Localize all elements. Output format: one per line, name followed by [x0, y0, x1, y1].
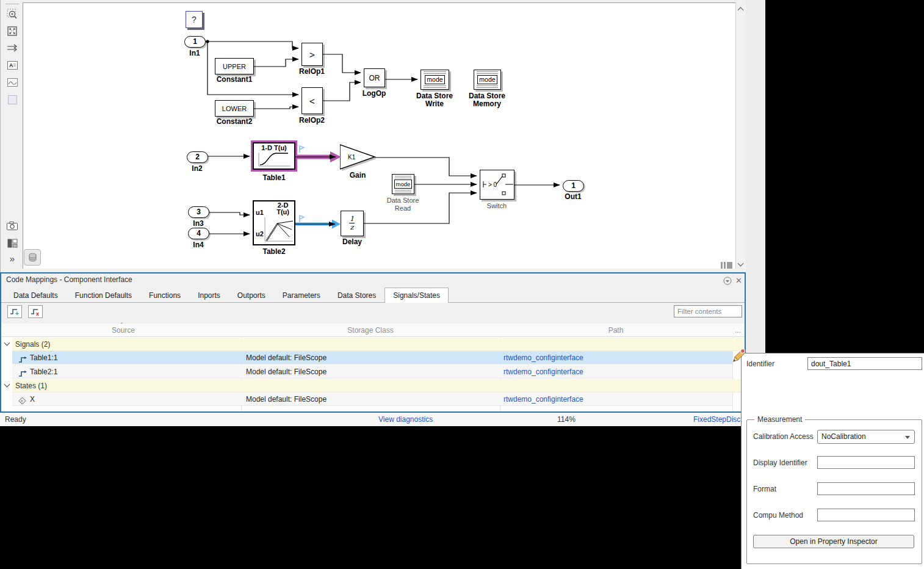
column-header-path[interactable]: Path	[608, 326, 624, 335]
table2-u1-port-label: u1	[256, 209, 264, 216]
block-label-in2: In2	[192, 165, 202, 173]
table-row-table2[interactable]: Table2:1 Model default: FileScope rtwdem…	[12, 365, 732, 379]
table1-block[interactable]: 1-D T(u)	[253, 142, 295, 170]
block-label-logop: LogOp	[363, 90, 386, 98]
inport-block-in1[interactable]: 1	[184, 36, 206, 48]
scroll-down-icon[interactable]	[738, 261, 744, 267]
canvas-vertical-scrollbar[interactable]	[735, 2, 745, 269]
mappings-table: ˆ Source Storage Class Path ... Signals …	[1, 324, 745, 411]
table2-block[interactable]: u1 u2 2-DT(u)	[253, 200, 295, 245]
column-header-source[interactable]: Source	[112, 326, 135, 335]
group-collapse-icon[interactable]	[4, 382, 10, 388]
code-mappings-title: Code Mappings - Component Interface	[6, 275, 132, 284]
display-identifier-input[interactable]	[817, 456, 915, 469]
mode-lines	[424, 85, 446, 88]
inport-block-in3[interactable]: 3	[188, 206, 209, 218]
tab-outports[interactable]: Outports	[229, 288, 274, 302]
open-property-inspector-button[interactable]: Open in Property Inspector	[753, 535, 914, 548]
svg-text:x: x	[36, 311, 39, 316]
panel-minimize-icon[interactable]	[723, 276, 732, 285]
group-row-states[interactable]: States (1)	[12, 379, 745, 393]
table-row-table1[interactable]: Table1:1 Model default: FileScope rtwdem…	[12, 351, 732, 364]
solver-link[interactable]: FixedStepDiscr	[693, 415, 743, 424]
expand-chevrons-icon[interactable]: »	[6, 252, 18, 264]
panel-close-icon[interactable]: ✕	[734, 276, 743, 285]
block-label-constant1: Constant1	[217, 76, 253, 84]
calibration-access-select[interactable]: NoCalibration	[817, 430, 915, 444]
scroll-up-icon[interactable]	[738, 7, 744, 13]
filter-contents-input[interactable]	[674, 305, 742, 317]
switch-block[interactable]: > 0	[480, 170, 514, 200]
tab-functions[interactable]: Functions	[140, 288, 189, 302]
model-browser-icon[interactable]	[6, 237, 18, 249]
group-row-signals[interactable]: Signals (2)	[12, 338, 745, 351]
relop1-block[interactable]: >	[301, 43, 323, 66]
zoom-region-icon[interactable]	[6, 8, 18, 20]
svg-text:A: A	[9, 62, 13, 68]
outport-block-out1[interactable]: 1	[563, 180, 584, 192]
data-store-badge-button[interactable]	[24, 249, 41, 266]
tab-data-stores[interactable]: Data Stores	[329, 288, 384, 302]
svg-text:K1: K1	[348, 154, 356, 161]
data-store-write-block[interactable]: mode	[420, 70, 449, 90]
horizontal-scroll-grip[interactable]	[721, 260, 734, 267]
highlight-swatch[interactable]	[6, 93, 18, 106]
signal-routing-icon[interactable]	[6, 42, 18, 54]
column-header-storage-class[interactable]: Storage Class	[347, 326, 393, 335]
help-block[interactable]: ?	[186, 11, 203, 28]
tab-inports[interactable]: Inports	[189, 288, 229, 302]
mode-lines	[477, 85, 498, 88]
tab-function-defaults[interactable]: Function Defaults	[67, 288, 140, 302]
palette-divider	[5, 4, 19, 4]
block-label-delay: Delay	[342, 238, 362, 246]
column-header-more[interactable]: ...	[735, 326, 741, 335]
block-label-gain: Gain	[350, 172, 366, 179]
delay-block[interactable]: 1 z	[341, 211, 364, 236]
compu-method-input[interactable]	[817, 509, 915, 521]
display-identifier-label: Display Identifier	[753, 458, 807, 467]
add-signal-mapping-button[interactable]: +	[7, 305, 22, 318]
data-store-memory-block[interactable]: mode	[474, 70, 501, 90]
group-collapse-icon[interactable]	[4, 340, 10, 346]
code-mappings-tabbar: Data Defaults Function Defaults Function…	[1, 287, 745, 303]
path-link[interactable]: rtwdemo_configinterface	[504, 351, 583, 364]
tab-parameters[interactable]: Parameters	[274, 288, 329, 302]
path-link[interactable]: rtwdemo_configinterface	[504, 365, 583, 379]
remove-signal-mapping-button[interactable]: x	[28, 305, 43, 318]
logop-block[interactable]: OR	[364, 68, 385, 87]
measurement-group-title: Measurement	[754, 415, 805, 424]
viewer-icon[interactable]	[6, 76, 18, 89]
edit-pencil-icon[interactable]	[730, 348, 746, 368]
format-input[interactable]	[817, 482, 915, 495]
block-label-relop1: RelOp1	[299, 68, 325, 76]
signal-properties-dialog: Identifier Measurement Calibration Acces…	[741, 353, 924, 569]
inport-block-in4[interactable]: 4	[188, 228, 209, 239]
data-store-read-block[interactable]: mode	[392, 174, 414, 194]
mode-lines	[395, 190, 411, 192]
table2-curve	[262, 216, 294, 244]
block-label-in1: In1	[189, 49, 200, 57]
tab-signals-states[interactable]: Signals/States	[384, 288, 449, 303]
inport-block-in2[interactable]: 2	[187, 151, 208, 163]
block-label-relop2: RelOp2	[299, 117, 325, 125]
screenshot-icon[interactable]	[6, 220, 18, 232]
view-diagnostics-link[interactable]: View diagnostics	[378, 415, 433, 424]
table-header[interactable]: ˆ Source Storage Class Path ...	[1, 324, 745, 337]
signal-wires[interactable]	[23, 3, 735, 268]
block-label-data-store-read: Data StoreRead	[387, 197, 419, 212]
diagram-canvas[interactable]: ? 1 In1 UPPER Constant1 LOWER Constant2 …	[23, 2, 735, 269]
gain-block[interactable]: K1	[340, 143, 378, 173]
tab-data-defaults[interactable]: Data Defaults	[5, 288, 67, 302]
annotation-icon[interactable]: A	[6, 59, 18, 71]
svg-text:+: +	[15, 310, 19, 316]
path-link[interactable]: rtwdemo_configinterface	[504, 393, 583, 406]
measurement-group: Measurement Calibration Access NoCalibra…	[746, 419, 922, 564]
mode-lines	[395, 176, 411, 178]
fit-to-view-icon[interactable]	[6, 25, 18, 37]
relop2-block[interactable]: <	[301, 87, 323, 114]
constant2-block[interactable]: LOWER	[215, 100, 254, 117]
mode-lines	[424, 71, 446, 74]
table-row-state-x[interactable]: x X Model default: FileScope rtwdemo_con…	[12, 393, 732, 406]
identifier-input[interactable]	[807, 357, 922, 370]
constant1-block[interactable]: UPPER	[215, 58, 254, 74]
